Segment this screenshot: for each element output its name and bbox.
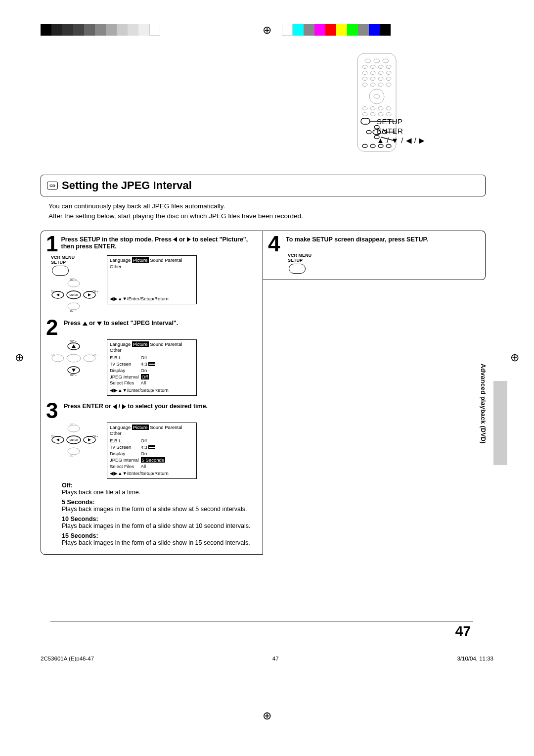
svg-text:CH –: CH – [51, 353, 57, 356]
svg-rect-30 [361, 118, 370, 124]
setup-button-icon [289, 264, 306, 274]
step-3: 3 Press ENTER or / to select your desire… [46, 401, 258, 546]
section-heading: CD Setting the JPEG Interval [41, 175, 486, 196]
side-tab [493, 381, 507, 465]
svg-point-14 [378, 77, 383, 81]
step-2: 2 Press or to select "JPEG Interval". CH… [46, 318, 258, 396]
svg-point-43 [68, 280, 80, 287]
svg-point-13 [370, 77, 375, 81]
intro-text: You can continuously play back all JPEG … [48, 201, 478, 222]
svg-marker-49 [56, 293, 59, 296]
svg-point-4 [362, 65, 367, 69]
svg-point-6 [378, 65, 383, 69]
svg-marker-73 [88, 438, 91, 441]
svg-point-24 [378, 107, 383, 110]
svg-point-21 [374, 94, 380, 98]
svg-point-3 [383, 59, 389, 63]
option-15s-label: 15 Seconds: [62, 532, 257, 539]
step-text-part: Press SETUP in the stop mode. Press [61, 236, 173, 243]
svg-point-22 [362, 107, 367, 110]
option-5s-text: Plays back images in the form of a slide… [62, 506, 257, 513]
svg-text:SET –: SET – [70, 309, 77, 312]
svg-point-12 [362, 77, 367, 81]
svg-text:SET +: SET + [70, 340, 77, 343]
step-instruction: Press or to select "JPEG Interval". [64, 318, 178, 327]
svg-text:ENTER: ENTER [70, 293, 78, 296]
svg-point-20 [369, 89, 384, 104]
step-instruction: Press ENTER or / to select your desired … [64, 401, 208, 410]
svg-point-40 [370, 144, 375, 148]
svg-point-9 [370, 71, 375, 75]
steps-right-column: 4 To make SETUP screen disappear, press … [263, 231, 486, 280]
step-number: 2 [46, 318, 61, 337]
remote-label-setup: SETUP [377, 117, 425, 126]
step-4: 4 To make SETUP screen disappear, press … [268, 234, 480, 274]
svg-point-11 [386, 71, 391, 75]
svg-point-5 [370, 65, 375, 69]
svg-text:CH –: CH – [51, 290, 57, 293]
svg-point-1 [365, 59, 371, 63]
color-swatch-bar [282, 24, 391, 36]
osd-screen-2: Language Picture Sound Parental Other E.… [107, 339, 197, 396]
option-10s-label: 10 Seconds: [62, 516, 257, 522]
remote-label-arrows: ▲ / ▼ / ◀ / ▶ [377, 136, 425, 145]
option-5s-label: 5 Seconds: [62, 499, 257, 506]
registration-mark-icon: ⊕ [263, 24, 271, 37]
svg-marker-72 [56, 438, 59, 441]
svg-text:SET –: SET – [70, 374, 77, 377]
svg-point-17 [370, 83, 375, 87]
option-10s-text: Plays back images in the form of a slide… [62, 522, 257, 529]
intro-line: After the setting below, start playing t… [48, 211, 478, 221]
footer-page: 47 [272, 656, 279, 662]
svg-point-7 [386, 65, 391, 69]
step-1: 1 Press SETUP in the stop mode. Press or… [46, 234, 258, 313]
svg-point-25 [386, 107, 391, 110]
right-arrow-icon [187, 237, 191, 242]
osd-screen-1: Language Picture Sound Parental Other ◀▶… [107, 255, 197, 304]
step-number: 1 [46, 234, 58, 254]
footer-timestamp: 3/10/04, 11:33 [457, 656, 493, 662]
dpad-diagram: VCR MENUSETUP ENTERCH –CH +SET +SET – [48, 255, 100, 313]
remote-label-enter: ENTER [377, 127, 425, 135]
page-number: 47 [455, 623, 471, 639]
side-section-label: Advanced playback (DVD) [480, 364, 487, 444]
intro-line: You can continuously play back all JPEG … [48, 201, 478, 211]
option-off-text: Plays back one file at a time. [62, 489, 257, 496]
svg-marker-50 [88, 293, 91, 296]
setup-button-icon [52, 266, 69, 276]
svg-point-23 [370, 107, 375, 110]
steps-left-column: 1 Press SETUP in the stop mode. Press or… [41, 231, 263, 555]
svg-point-55 [67, 354, 81, 362]
svg-text:SET –: SET – [70, 454, 77, 457]
option-off-label: Off: [62, 482, 257, 489]
svg-text:ENTER: ENTER [70, 438, 78, 441]
svg-point-27 [370, 113, 375, 116]
svg-text:CH +: CH + [92, 290, 98, 293]
footer-doc-id: 2C53601A (E)p46-47 [41, 656, 94, 662]
up-arrow-icon [83, 322, 88, 326]
right-arrow-icon [122, 404, 126, 409]
step-instruction: To make SETUP screen disappear, press SE… [286, 234, 428, 243]
section-title: Setting the JPEG Interval [62, 179, 192, 192]
svg-marker-60 [72, 344, 76, 348]
dpad-diagram: ENTERCH –CH +SET +SET – [48, 423, 100, 458]
print-footer: 2C53601A (E)p46-47 47 3/10/04, 11:33 [41, 656, 493, 662]
svg-point-44 [68, 303, 80, 310]
svg-text:SET +: SET + [70, 278, 77, 281]
step-text-part: or [177, 236, 186, 243]
remote-illustration: SETUP ENTER ▲ / ▼ / ◀ / ▶ [327, 53, 426, 152]
page-rule [50, 621, 473, 621]
svg-point-39 [362, 144, 367, 148]
svg-point-18 [378, 83, 383, 87]
svg-point-8 [362, 71, 367, 75]
svg-point-29 [386, 113, 391, 116]
svg-text:CH +: CH + [92, 435, 98, 438]
down-arrow-icon [97, 322, 102, 326]
cd-icon: CD [47, 182, 58, 189]
registration-mark-icon: ⊕ [510, 351, 519, 364]
svg-point-67 [68, 448, 80, 455]
step-number: 4 [268, 234, 283, 254]
svg-point-35 [366, 131, 371, 134]
svg-text:CH –: CH – [51, 435, 57, 438]
svg-point-66 [68, 425, 80, 432]
